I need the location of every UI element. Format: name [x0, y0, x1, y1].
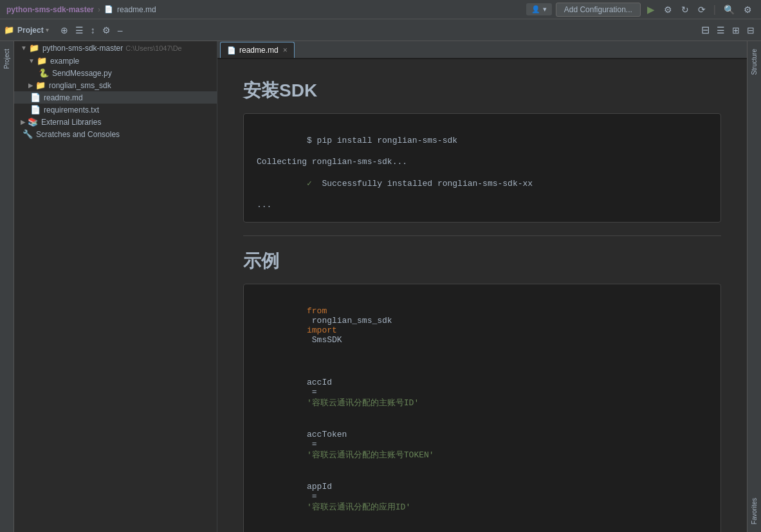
example-label: example	[50, 57, 79, 66]
ext-libs-label: External Libraries	[41, 118, 101, 127]
second-toolbar: 📁 Project ▾ ⊕ ☰ ↕ ⚙ – ⊟ ☰ ⊞ ⊟	[0, 19, 761, 41]
tree-item-example[interactable]: ▼ 📁 example	[14, 55, 217, 67]
nav-target-button[interactable]: ⊕	[58, 24, 71, 37]
tree-item-sendmessage[interactable]: 🐍 SendMessage.py	[14, 67, 217, 79]
readme-label: readme.md	[44, 93, 83, 102]
tree-item-readme[interactable]: 📄 readme.md	[14, 91, 217, 104]
sdk-folder-icon: 📁	[35, 80, 46, 90]
root-path: C:\Users\1047\De	[125, 44, 181, 52]
reload-button[interactable]: ↻	[679, 3, 692, 16]
tab-close-icon[interactable]: ×	[283, 46, 288, 55]
expand-all-button[interactable]: ↕	[88, 24, 98, 37]
ext-libs-arrow: ▶	[21, 118, 26, 125]
install-line2: Collecting ronglian-sms-sdk...	[257, 157, 708, 167]
code-blank2	[257, 524, 708, 532]
tree-item-sdk-folder[interactable]: ▶ 📁 ronglian_sms_sdk	[14, 79, 217, 91]
sync-button[interactable]: ⟳	[695, 3, 708, 16]
sdk-folder-label: ronglian_sms_sdk	[49, 81, 111, 90]
project-sidebar: ▼ 📁 python-sms-sdk-master C:\Users\1047\…	[14, 41, 217, 532]
code-line-import: from ronglian_sms_sdk import SmsSDK	[257, 297, 708, 354]
section2-title: 示例	[243, 249, 721, 273]
txt-icon: 📄	[30, 105, 41, 115]
project-vertical-tab[interactable]: Project	[1, 44, 12, 74]
example-folder-icon: 📁	[37, 56, 47, 66]
code-example-block: from ronglian_sms_sdk import SmsSDK accI…	[243, 284, 721, 532]
example-arrow: ▼	[28, 57, 35, 64]
title-separator: ›	[98, 5, 100, 14]
prompt-icon: $ pip install ronglian-sms-sdk	[307, 136, 457, 145]
root-label: python-sms-sdk-master	[42, 44, 123, 53]
py-file-icon: 🐍	[39, 68, 49, 78]
tree-item-requirements[interactable]: 📄 requirements.txt	[14, 104, 217, 116]
project-dropdown-arrow[interactable]: ▾	[46, 26, 49, 33]
readme-md-icon: 📄	[30, 93, 41, 102]
tree-item-scratches[interactable]: 🔧 Scratches and Consoles	[14, 128, 217, 140]
title-file-name: readme.md	[117, 5, 156, 14]
search-button[interactable]: 🔍	[721, 3, 737, 16]
sendmessage-label: SendMessage.py	[52, 69, 112, 78]
scratches-label: Scratches and Consoles	[36, 130, 120, 139]
right-panel: Structure Favorites	[747, 41, 761, 532]
profile-button[interactable]: 👤 ▾	[526, 3, 552, 15]
install-line3: ✓ Successfully installed ronglian-sms-sd…	[257, 169, 708, 198]
run-button[interactable]: ▶	[645, 3, 657, 17]
sidebar-project-icon: 📁	[4, 25, 14, 35]
divider1	[243, 235, 721, 236]
project-settings-button[interactable]: ⚙	[100, 24, 113, 37]
settings-button[interactable]: ⚙	[741, 3, 755, 16]
ext-libs-icon: 📚	[28, 117, 38, 127]
tab-readme-icon: 📄	[227, 46, 236, 55]
project-name-label: python-sms-sdk-master	[6, 5, 94, 14]
install-code-block: $ pip install ronglian-sms-sdk Collectin…	[243, 113, 721, 223]
view-mode-split-v-button[interactable]: ⊟	[699, 23, 712, 37]
view-mode-grid-button[interactable]: ⊟	[744, 24, 757, 37]
view-mode-split-h-button[interactable]: ⊞	[729, 24, 742, 37]
tree-root-item[interactable]: ▼ 📁 python-sms-sdk-master C:\Users\1047\…	[14, 41, 217, 55]
main-area: Project ▼ 📁 python-sms-sdk-master C:\Use…	[0, 41, 761, 532]
profile-icon: 👤	[531, 5, 540, 14]
code-line-accid: accId = '容联云通讯分配的主账号ID'	[257, 368, 708, 418]
root-arrow-icon: ▼	[21, 44, 27, 51]
build-button[interactable]: ⚙	[661, 3, 675, 16]
collapse-all-button[interactable]: ☰	[73, 24, 86, 37]
view-mode-list-button[interactable]: ☰	[714, 24, 728, 37]
install-line4: ...	[257, 200, 708, 210]
profile-dropdown-arrow: ▾	[543, 5, 547, 14]
title-bar: python-sms-sdk-master › 📄 readme.md 👤 ▾ …	[0, 0, 761, 19]
tab-bar: 📄 readme.md ×	[217, 41, 747, 59]
scratches-icon: 🔧	[23, 129, 33, 139]
editor-content-area[interactable]: 安装SDK $ pip install ronglian-sms-sdk Col…	[217, 59, 747, 532]
requirements-label: requirements.txt	[44, 105, 99, 115]
favorites-vertical-tab[interactable]: Favorites	[749, 493, 760, 529]
tab-readme[interactable]: 📄 readme.md ×	[220, 42, 295, 58]
left-panel-bar: Project	[0, 41, 14, 532]
code-line-appid: appId = '容联云通讯分配的应用ID'	[257, 472, 708, 522]
install-line1: $ pip install ronglian-sms-sdk	[257, 126, 708, 155]
code-blank1	[257, 356, 708, 366]
tree-item-external-libs[interactable]: ▶ 📚 External Libraries	[14, 116, 217, 128]
section1-title: 安装SDK	[243, 78, 721, 103]
title-file-icon: 📄	[104, 5, 113, 14]
sdk-folder-arrow: ▶	[28, 82, 33, 89]
editor-panel: 📄 readme.md × 安装SDK $ pip install rongli…	[217, 41, 747, 532]
check-icon: ✓	[307, 179, 322, 188]
structure-vertical-tab[interactable]: Structure	[749, 44, 760, 80]
code-line-acctoken: accToken = '容联云通讯分配的主账号TOKEN'	[257, 420, 708, 470]
add-configuration-button[interactable]: Add Configuration...	[556, 3, 641, 17]
root-folder-icon: 📁	[29, 43, 39, 53]
minimize-sidebar-button[interactable]: –	[115, 24, 125, 37]
tab-readme-label: readme.md	[239, 46, 279, 55]
sidebar-project-label: Project	[17, 26, 44, 35]
